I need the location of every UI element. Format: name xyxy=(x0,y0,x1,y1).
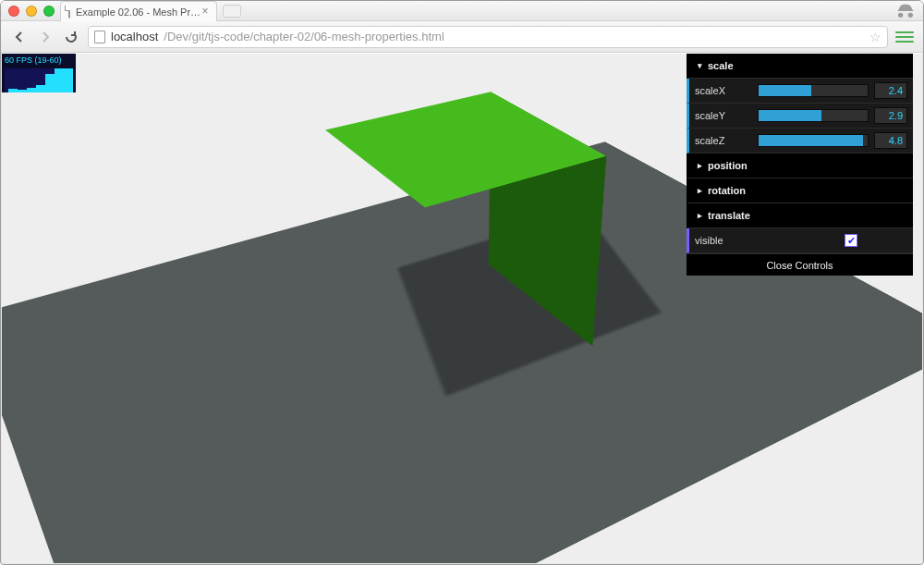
folder-label: translate xyxy=(708,211,750,221)
page-icon xyxy=(68,6,70,18)
page-icon xyxy=(94,31,105,43)
caret-down-icon: ▾ xyxy=(695,62,704,70)
close-controls-button[interactable]: Close Controls xyxy=(687,253,913,276)
gui-row-scalez: scaleZ 4.8 xyxy=(687,129,913,154)
gui-folder-scale[interactable]: ▾ scale xyxy=(687,54,913,79)
fps-graph xyxy=(5,68,73,92)
property-label: scaleX xyxy=(695,86,758,96)
titlebar: Example 02.06 - Mesh Pr… × xyxy=(1,1,923,21)
dat-gui-panel: ▾ scale scaleX 2.4 scaleY 2.9 scaleZ 4.8… xyxy=(687,54,913,276)
folder-label: position xyxy=(708,161,748,171)
minimize-window-button[interactable] xyxy=(26,6,37,17)
slider-scalex[interactable] xyxy=(758,84,869,97)
gui-row-visible: visible xyxy=(687,228,913,253)
gui-row-scaley: scaleY 2.9 xyxy=(687,104,913,129)
bookmark-star-icon[interactable]: ☆ xyxy=(869,30,881,44)
fps-label: 60 FPS (19-60) xyxy=(5,55,73,66)
reload-button[interactable] xyxy=(62,28,80,46)
folder-label: rotation xyxy=(708,186,746,196)
slider-scalez[interactable] xyxy=(758,134,869,147)
caret-right-icon: ▸ xyxy=(695,212,704,220)
caret-right-icon: ▸ xyxy=(695,187,704,195)
property-label: scaleZ xyxy=(695,136,758,146)
property-label: scaleY xyxy=(695,111,758,121)
zoom-window-button[interactable] xyxy=(43,6,55,17)
fps-stats-panel[interactable]: 60 FPS (19-60) xyxy=(2,54,76,92)
url-path: /Dev/git/tjs-code/chapter-02/06-mesh-pro… xyxy=(164,30,444,43)
value-scalez[interactable]: 4.8 xyxy=(874,132,907,149)
value-scalex[interactable]: 2.4 xyxy=(874,82,907,99)
toolbar: localhost/Dev/git/tjs-code/chapter-02/06… xyxy=(1,21,923,53)
gui-folder-translate[interactable]: ▸ translate xyxy=(687,203,913,228)
incognito-icon xyxy=(895,3,916,18)
gui-row-scalex: scaleX 2.4 xyxy=(687,79,913,104)
property-label: visible xyxy=(695,236,758,246)
chrome-menu-button[interactable] xyxy=(895,28,914,46)
window-controls xyxy=(8,6,55,17)
slider-scaley[interactable] xyxy=(758,109,869,122)
browser-window: Example 02.06 - Mesh Pr… × localhost/Dev… xyxy=(0,0,924,565)
caret-right-icon: ▸ xyxy=(695,162,704,170)
page-viewport: 60 FPS (19-60) ▾ scale scaleX 2.4 scaleY… xyxy=(2,54,922,563)
close-window-button[interactable] xyxy=(8,6,19,17)
value-scaley[interactable]: 2.9 xyxy=(874,107,907,124)
forward-button[interactable] xyxy=(36,28,55,46)
new-tab-button[interactable] xyxy=(223,5,241,18)
folder-label: scale xyxy=(708,61,734,71)
gui-folder-position[interactable]: ▸ position xyxy=(687,154,913,178)
address-bar[interactable]: localhost/Dev/git/tjs-code/chapter-02/06… xyxy=(88,26,888,48)
gui-folder-rotation[interactable]: ▸ rotation xyxy=(687,178,913,203)
tab-close-button[interactable]: × xyxy=(200,6,211,17)
checkbox-visible[interactable] xyxy=(845,234,857,247)
tab-title: Example 02.06 - Mesh Pr… xyxy=(76,6,201,18)
browser-tab[interactable]: Example 02.06 - Mesh Pr… × xyxy=(60,1,217,21)
tab-strip: Example 02.06 - Mesh Pr… × xyxy=(60,1,241,21)
back-button[interactable] xyxy=(10,28,29,46)
url-host: localhost xyxy=(111,30,158,43)
